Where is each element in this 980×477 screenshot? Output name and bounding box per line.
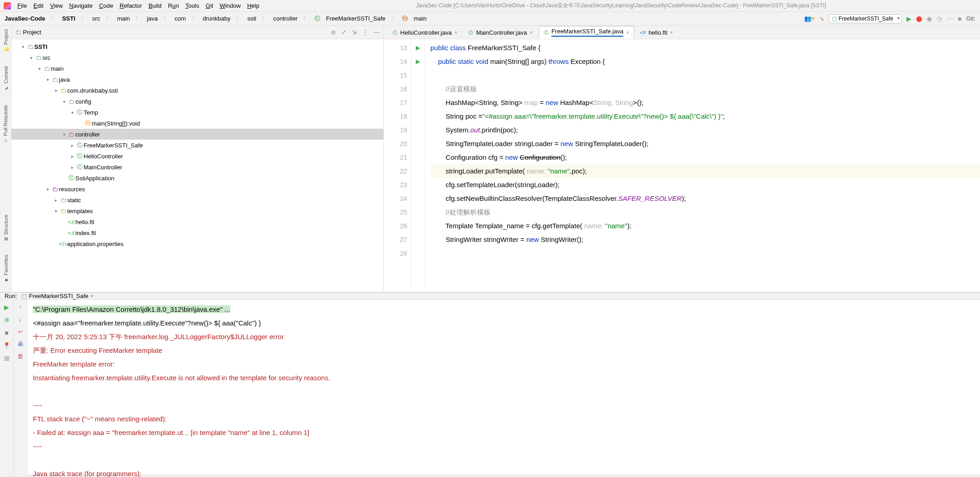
project-tool-window: 🗀 Project ⊚ ⤢ ⇲ ⋮ — ▾🗀SSTI▾🗀src▾🗀main▾🗀j… <box>11 26 384 292</box>
breadcrumb-src[interactable]: src <box>92 15 100 22</box>
tree-item-temp[interactable]: ▾ⒸTemp <box>11 107 383 118</box>
git-label[interactable]: Git: <box>966 15 975 22</box>
tool-commit[interactable]: ✔Commit <box>3 66 9 91</box>
tree-item-application-properties[interactable]: </>application.properties <box>11 238 383 249</box>
menu-refactor[interactable]: Refactor <box>120 2 142 9</box>
main-menu-bar: File Edit View Navigate Code Refactor Bu… <box>0 0 980 12</box>
breadcrumb-ssti[interactable]: ssti <box>247 15 256 22</box>
locate-icon[interactable]: ⊚ <box>331 29 336 36</box>
editor-tab-hello-ftl[interactable]: <#hello.ftl× <box>635 26 678 39</box>
breadcrumb-drunkbaby[interactable]: drunkbaby <box>203 15 231 22</box>
breadcrumb-module[interactable]: SSTI <box>62 15 75 22</box>
down-icon[interactable]: ↓ <box>19 316 22 323</box>
tree-item-freemarkerssti-safe[interactable]: ▸ⒸFreeMarkerSSTI_Safe <box>11 140 383 151</box>
run-settings-icon[interactable]: ✲ <box>4 316 10 324</box>
console-output[interactable]: "C:\Program Files\Amazon Corretto\jdk1.8… <box>27 300 980 477</box>
tool-structure[interactable]: ≣Structure <box>3 215 9 241</box>
window-title: JavaSec-Code [C:\Users\VanHurts\OneDrive… <box>416 2 826 10</box>
menu-tools[interactable]: Tools <box>185 2 199 9</box>
menu-code[interactable]: Code <box>99 2 113 9</box>
tree-item-main[interactable]: ▾🗀main <box>11 63 383 74</box>
menu-run[interactable]: Run <box>168 2 179 9</box>
wrap-icon[interactable]: ↩ <box>18 328 23 335</box>
run-toolbar-left: ▶ ✲ ■ 📍 ⊞ <box>0 300 14 477</box>
tree-item-controller[interactable]: ▾🗀controller <box>11 129 383 140</box>
editor-tab-hellocontroller-java[interactable]: ⒸHelloController.java× <box>387 26 462 39</box>
layout-icon[interactable]: ⊞ <box>4 355 10 362</box>
pin-icon[interactable]: 📍 <box>3 342 11 349</box>
profiler-button[interactable]: ◷ <box>937 15 942 22</box>
tree-item-ssti[interactable]: ▾🗀SSTI <box>11 41 383 52</box>
code-area: 13141516171819202122232425262728 ▶▶ publ… <box>384 39 980 292</box>
tool-pull-requests[interactable]: ⑂Pull Requests <box>3 105 8 143</box>
collapse-icon[interactable]: ⇲ <box>352 29 357 36</box>
tree-item-hellocontroller[interactable]: ▸ⒸHelloController <box>11 151 383 162</box>
breadcrumb-main[interactable]: main <box>117 15 130 22</box>
menu-view[interactable]: View <box>50 2 63 9</box>
tree-item-templates[interactable]: ▾🗀templates <box>11 205 383 216</box>
menu-help[interactable]: Help <box>247 2 260 9</box>
tree-item-index-ftl[interactable]: <#index.ftl <box>11 227 383 238</box>
run-config-name: FreeMarkerSSTI_Safe <box>29 293 88 299</box>
tree-item-static[interactable]: ▸🗀static <box>11 194 383 205</box>
project-folder-icon: 🗀 <box>15 29 21 36</box>
tree-item-main-string----void[interactable]: ⓜmain(String[]):void <box>11 118 383 129</box>
breadcrumb-project[interactable]: JavaSec-Code <box>5 15 45 22</box>
project-tree[interactable]: ▾🗀SSTI▾🗀src▾🗀main▾🗀java▾🗀com.drunkbaby.s… <box>11 39 383 292</box>
build-hammer-icon[interactable]: ↘ <box>819 15 824 22</box>
hide-icon[interactable]: — <box>374 29 380 36</box>
tree-item-com-drunkbaby-ssti[interactable]: ▾🗀com.drunkbaby.ssti <box>11 85 383 96</box>
breadcrumb-controller[interactable]: controller <box>273 15 297 22</box>
navigation-bar: JavaSec-Code 〉 SSTI 〉 src 〉 main 〉 java … <box>0 12 980 26</box>
editor-tab-maincontroller-java[interactable]: ⒸMainController.java× <box>463 26 538 39</box>
menu-navigate[interactable]: Navigate <box>69 2 92 9</box>
run-button[interactable]: ▶ <box>906 15 911 22</box>
breadcrumb-class[interactable]: FreeMarkerSSTI_Safe <box>326 15 385 22</box>
stop-button[interactable]: ■ <box>958 15 961 22</box>
tree-item-maincontroller[interactable]: ▸ⒸMainController <box>11 162 383 173</box>
tree-item-config[interactable]: ▾🗀config <box>11 96 383 107</box>
class-icon: Ⓒ <box>314 15 320 23</box>
up-icon[interactable]: ↑ <box>19 304 22 310</box>
left-tool-stripe: 📁Project ✔Commit ⑂Pull Requests ≣Structu… <box>0 26 11 292</box>
rerun-icon[interactable]: ▶ <box>4 304 9 311</box>
run-config-icon: ▢ <box>21 293 27 299</box>
coverage-button[interactable]: ◉ <box>927 15 932 22</box>
tool-favorites[interactable]: ★Favorites <box>3 255 9 283</box>
tool-project[interactable]: 📁Project <box>3 29 9 52</box>
settings-icon[interactable]: ⋮ <box>362 29 368 36</box>
code-with-me-icon[interactable]: 👥▾ <box>804 15 815 22</box>
code-editor[interactable]: public class FreeMarkerSSTI_Safe { publi… <box>425 39 980 292</box>
editor-tab-freemarkerssti_safe-java[interactable]: ⒸFreeMarkerSSTI_Safe.java× <box>539 26 634 39</box>
line-number-gutter: 13141516171819202122232425262728 <box>384 39 411 292</box>
close-tab-icon[interactable]: × <box>90 293 94 299</box>
trash-icon[interactable]: 🗑 <box>17 353 23 360</box>
breadcrumb-java[interactable]: java <box>147 15 158 22</box>
menu-file[interactable]: File <box>17 2 27 9</box>
tree-item-hello-ftl[interactable]: <#hello.ftl <box>11 216 383 227</box>
expand-icon[interactable]: ⤢ <box>341 29 346 36</box>
app-logo-icon <box>4 2 11 10</box>
menu-window[interactable]: Window <box>220 2 241 9</box>
tree-item-sstiapplication[interactable]: ⒸSstiApplication <box>11 173 383 183</box>
run-tool-window: Run: ▢ FreeMarkerSSTI_Safe × ▶ ✲ ■ 📍 ⊞ ↑… <box>0 292 980 475</box>
menu-git[interactable]: Git <box>206 2 213 9</box>
debug-button[interactable]: ⬤ <box>916 16 922 22</box>
menu-build[interactable]: Build <box>148 2 162 9</box>
tree-item-src[interactable]: ▾🗀src <box>11 52 383 63</box>
main-area: 📁Project ✔Commit ⑂Pull Requests ≣Structu… <box>0 26 980 292</box>
run-config-combo[interactable]: ▢ FreeMarkerSSTI_Safe <box>829 14 902 23</box>
breadcrumb-com[interactable]: com <box>175 15 186 22</box>
editor-area: ⒸHelloController.java×ⒸMainController.ja… <box>384 26 980 292</box>
menu-edit[interactable]: Edit <box>33 2 43 9</box>
tree-item-resources[interactable]: ▾🗀resources <box>11 183 383 194</box>
tree-item-java[interactable]: ▾🗀java <box>11 74 383 85</box>
print-icon[interactable]: 🖶 <box>17 341 23 347</box>
stop-icon[interactable]: ■ <box>5 329 8 336</box>
breadcrumb-method[interactable]: main <box>413 15 426 22</box>
editor-tabs: ⒸHelloController.java×ⒸMainController.ja… <box>384 26 980 39</box>
gutter-icons: ▶▶ <box>411 39 425 292</box>
run-header: Run: ▢ FreeMarkerSSTI_Safe × <box>0 293 980 300</box>
attach-button[interactable]: ⋯ <box>947 15 953 22</box>
method-icon: ⓜ <box>402 15 408 23</box>
